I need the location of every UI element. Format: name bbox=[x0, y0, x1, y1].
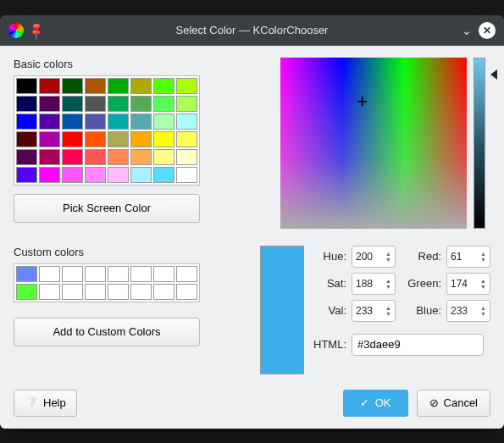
help-button[interactable]: ❔ Help bbox=[14, 390, 77, 417]
color-swatch[interactable] bbox=[176, 96, 197, 112]
custom-swatch[interactable] bbox=[85, 284, 106, 300]
color-preview bbox=[260, 246, 304, 374]
blue-label: Blue: bbox=[401, 304, 441, 317]
saturation-value-field[interactable]: + bbox=[280, 58, 467, 229]
custom-swatch[interactable] bbox=[62, 284, 83, 300]
cancel-button[interactable]: ⊘ Cancel bbox=[417, 390, 490, 417]
color-swatch[interactable] bbox=[16, 149, 37, 165]
custom-swatch[interactable] bbox=[153, 284, 174, 300]
red-stepper[interactable]: 61▲▼ bbox=[446, 246, 490, 268]
html-field[interactable] bbox=[352, 334, 484, 356]
green-label: Green: bbox=[401, 277, 441, 290]
titlebar[interactable]: 📌 Select Color — KColorChooser ⌄ ✕ bbox=[0, 15, 504, 46]
color-swatch[interactable] bbox=[153, 114, 174, 130]
color-swatch[interactable] bbox=[39, 114, 60, 130]
color-swatch[interactable] bbox=[85, 167, 106, 183]
window-title: Select Color — KColorChooser bbox=[176, 24, 329, 36]
color-swatch[interactable] bbox=[16, 114, 37, 130]
color-swatch[interactable] bbox=[108, 78, 129, 94]
color-swatch[interactable] bbox=[130, 149, 152, 165]
color-swatch[interactable] bbox=[16, 131, 37, 147]
cancel-icon: ⊘ bbox=[429, 396, 439, 409]
chevron-down-icon[interactable]: ⌄ bbox=[462, 24, 472, 37]
html-label: HTML: bbox=[313, 338, 346, 351]
custom-swatch[interactable] bbox=[176, 284, 197, 300]
custom-swatch[interactable] bbox=[130, 284, 152, 300]
color-swatch[interactable] bbox=[108, 149, 129, 165]
color-swatch[interactable] bbox=[176, 131, 197, 147]
color-swatch[interactable] bbox=[62, 167, 83, 183]
val-label: Val: bbox=[313, 304, 346, 317]
custom-swatch[interactable] bbox=[16, 284, 37, 300]
ok-button[interactable]: ✓ OK bbox=[343, 390, 408, 417]
color-swatch[interactable] bbox=[153, 131, 174, 147]
color-swatch[interactable] bbox=[39, 78, 60, 94]
custom-colors-label: Custom colors bbox=[14, 246, 245, 258]
color-swatch[interactable] bbox=[62, 78, 83, 94]
custom-swatch[interactable] bbox=[16, 266, 37, 282]
color-swatch[interactable] bbox=[16, 96, 37, 112]
color-swatch[interactable] bbox=[130, 131, 152, 147]
color-swatch[interactable] bbox=[39, 96, 60, 112]
color-swatch[interactable] bbox=[130, 167, 152, 183]
custom-swatch[interactable] bbox=[85, 266, 106, 282]
basic-colors-label: Basic colors bbox=[14, 58, 265, 70]
hue-stepper[interactable]: 200▲▼ bbox=[352, 246, 396, 268]
color-swatch[interactable] bbox=[85, 149, 106, 165]
pick-screen-color-button[interactable]: Pick Screen Color bbox=[14, 194, 200, 223]
color-swatch[interactable] bbox=[85, 114, 106, 130]
color-swatch[interactable] bbox=[108, 96, 129, 112]
custom-swatch[interactable] bbox=[39, 266, 60, 282]
check-icon: ✓ bbox=[360, 396, 369, 409]
custom-swatch[interactable] bbox=[62, 266, 83, 282]
color-swatch[interactable] bbox=[85, 96, 106, 112]
color-swatch[interactable] bbox=[108, 114, 129, 130]
hue-label: Hue: bbox=[313, 250, 346, 263]
color-swatch[interactable] bbox=[39, 131, 60, 147]
color-swatch[interactable] bbox=[153, 78, 174, 94]
color-swatch[interactable] bbox=[62, 114, 83, 130]
sat-stepper[interactable]: 188▲▼ bbox=[352, 273, 396, 295]
color-swatch[interactable] bbox=[16, 78, 37, 94]
red-label: Red: bbox=[401, 250, 441, 263]
crosshair-icon: + bbox=[357, 91, 368, 113]
color-swatch[interactable] bbox=[130, 78, 152, 94]
val-stepper[interactable]: 233▲▼ bbox=[352, 300, 396, 322]
color-swatch[interactable] bbox=[176, 149, 197, 165]
blue-stepper[interactable]: 233▲▼ bbox=[446, 300, 490, 322]
custom-swatch[interactable] bbox=[153, 266, 174, 282]
color-swatch[interactable] bbox=[16, 167, 37, 183]
custom-swatch[interactable] bbox=[108, 266, 129, 282]
value-slider[interactable] bbox=[474, 58, 490, 229]
pin-icon[interactable]: 📌 bbox=[26, 20, 46, 40]
color-swatch[interactable] bbox=[62, 96, 83, 112]
green-stepper[interactable]: 174▲▼ bbox=[446, 273, 490, 295]
color-swatch[interactable] bbox=[39, 149, 60, 165]
add-to-custom-button[interactable]: Add to Custom Colors bbox=[14, 318, 200, 346]
slider-handle-icon[interactable] bbox=[490, 69, 497, 80]
color-swatch[interactable] bbox=[153, 96, 174, 112]
custom-swatch[interactable] bbox=[39, 284, 60, 300]
basic-colors-grid bbox=[14, 75, 200, 186]
color-swatch[interactable] bbox=[62, 131, 83, 147]
custom-swatch[interactable] bbox=[176, 266, 197, 282]
color-swatch[interactable] bbox=[176, 167, 197, 183]
app-icon bbox=[8, 23, 24, 38]
color-swatch[interactable] bbox=[130, 114, 152, 130]
custom-swatch[interactable] bbox=[130, 266, 152, 282]
color-swatch[interactable] bbox=[62, 149, 83, 165]
custom-swatch[interactable] bbox=[108, 284, 129, 300]
close-button[interactable]: ✕ bbox=[479, 22, 496, 39]
sat-label: Sat: bbox=[313, 277, 346, 290]
color-swatch[interactable] bbox=[85, 78, 106, 94]
color-swatch[interactable] bbox=[176, 114, 197, 130]
color-swatch[interactable] bbox=[130, 96, 152, 112]
color-swatch[interactable] bbox=[85, 131, 106, 147]
color-swatch[interactable] bbox=[176, 78, 197, 94]
color-swatch[interactable] bbox=[108, 131, 129, 147]
color-swatch[interactable] bbox=[39, 167, 60, 183]
color-chooser-window: 📌 Select Color — KColorChooser ⌄ ✕ Basic… bbox=[0, 15, 504, 429]
color-swatch[interactable] bbox=[108, 167, 129, 183]
color-swatch[interactable] bbox=[153, 167, 174, 183]
color-swatch[interactable] bbox=[153, 149, 174, 165]
